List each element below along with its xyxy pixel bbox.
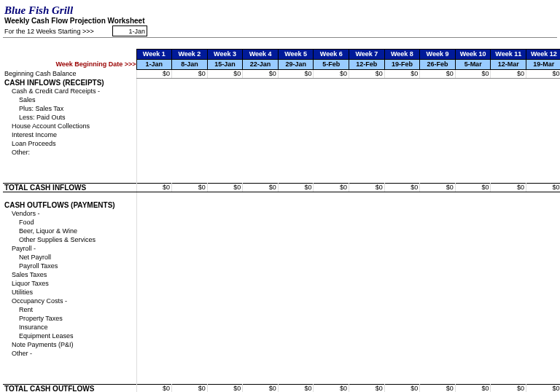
row-less-paid-outs: Less: Paid Outs xyxy=(3,113,136,122)
inflows-header: CASH INFLOWS (RECEIPTS) xyxy=(3,78,136,87)
row-plus-sales-tax: Plus: Sales Tax xyxy=(3,104,136,113)
row-supplies: Other Supplies & Services xyxy=(3,235,136,244)
row-loan-proceeds: Loan Proceeds xyxy=(3,139,136,148)
cashflow-table: Week 1Week 2Week 3Week 4Week 5Week 6Week… xyxy=(3,38,560,392)
row-sales-taxes: Sales Taxes xyxy=(3,270,136,279)
row-equipment-leases: Equipment Leases xyxy=(3,332,136,340)
outflows-header: CASH OUTFLOWS (PAYMENTS) xyxy=(3,200,136,209)
company-title: Blue Fish Grill xyxy=(3,3,557,17)
row-house-accounts: House Account Collections xyxy=(3,122,136,130)
row-beginning-balance: Beginning Cash Balance $0$0$0$0$0$0$0$0$… xyxy=(3,69,560,78)
row-total-inflows: TOTAL CASH INFLOWS $0$0$0$0$0$0$0$0$0$0$… xyxy=(3,183,560,192)
week-date-header: Week Beginning Date >>> 1-Jan8-Jan15-Jan… xyxy=(3,59,560,69)
row-property-taxes: Property Taxes xyxy=(3,314,136,323)
row-sales: Sales xyxy=(3,95,136,104)
row-vendors: Vendors - xyxy=(3,209,136,218)
start-date-label: For the 12 Weeks Starting >>> xyxy=(4,28,112,35)
row-net-payroll: Net Payroll xyxy=(3,253,136,262)
row-other-outflow: Other - xyxy=(3,349,136,358)
row-payroll: Payroll - xyxy=(3,244,136,253)
row-occupancy: Occupancy Costs - xyxy=(3,297,136,305)
row-note-payments: Note Payments (P&I) xyxy=(3,340,136,349)
row-interest-income: Interest Income xyxy=(3,130,136,139)
worksheet-subtitle: Weekly Cash Flow Projection Worksheet xyxy=(3,17,557,26)
row-food: Food xyxy=(3,218,136,227)
row-total-outflows: TOTAL CASH OUTFLOWS $0$0$0$0$0$0$0$0$0$0… xyxy=(3,384,560,392)
row-utilities: Utilities xyxy=(3,288,136,297)
row-beer-liquor-wine: Beer, Liquor & Wine xyxy=(3,227,136,235)
row-insurance: Insurance xyxy=(3,323,136,332)
week-number-header: Week 1Week 2Week 3Week 4Week 5Week 6Week… xyxy=(3,49,560,59)
row-rent: Rent xyxy=(3,305,136,314)
row-cc-receipts: Cash & Credit Card Receipts - xyxy=(3,87,136,95)
row-other-inflow: Other: xyxy=(3,148,136,157)
start-date-input[interactable] xyxy=(112,26,147,36)
row-liquor-taxes: Liquor Taxes xyxy=(3,279,136,288)
row-payroll-taxes: Payroll Taxes xyxy=(3,262,136,270)
